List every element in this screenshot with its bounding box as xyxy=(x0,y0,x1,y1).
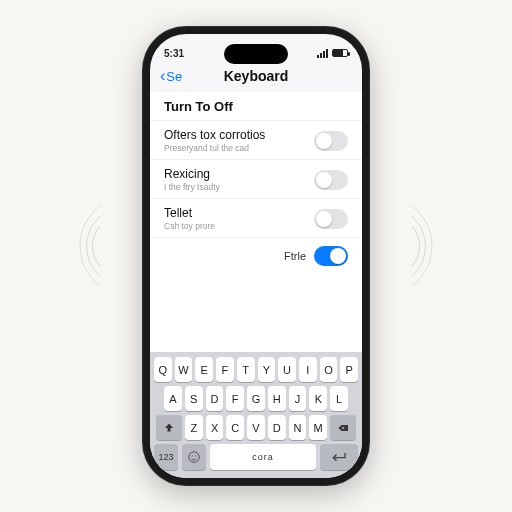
shift-key[interactable] xyxy=(156,415,182,440)
key-f[interactable]: f xyxy=(216,357,234,382)
numbers-key[interactable]: 123 xyxy=(154,444,178,470)
space-key[interactable]: cora xyxy=(210,444,316,470)
toggle-switch[interactable] xyxy=(314,131,348,151)
keyboard-row: zxcvdnm xyxy=(154,415,358,440)
key-w[interactable]: w xyxy=(175,357,193,382)
setting-row: Rexicing I the ftry tsadty xyxy=(150,160,362,199)
key-z[interactable]: z xyxy=(185,415,203,440)
key-c[interactable]: c xyxy=(226,415,244,440)
battery-icon xyxy=(332,49,348,57)
nav-bar: ‹ Se Keyboard xyxy=(150,62,362,92)
setting-row: Tellet Csh toy prore xyxy=(150,199,362,238)
setting-row: Ftrle xyxy=(150,238,362,274)
key-a[interactable]: a xyxy=(164,386,182,411)
key-e[interactable]: e xyxy=(195,357,213,382)
setting-row: Ofters tox corrotios Preseryand tul the … xyxy=(150,121,362,160)
dynamic-island xyxy=(224,44,288,64)
setting-label: Ftrle xyxy=(284,250,306,262)
screen: 5:31 ‹ Se Keyboard Turn To Off Ofters to… xyxy=(150,34,362,478)
key-i[interactable]: i xyxy=(299,357,317,382)
key-p[interactable]: p xyxy=(340,357,358,382)
phone-frame: 5:31 ‹ Se Keyboard Turn To Off Ofters to… xyxy=(142,26,370,486)
return-key[interactable] xyxy=(320,444,358,470)
keyboard: qweftyuiop asdfghjkl zxcvdnm 123 cora xyxy=(150,352,362,478)
cellular-icon xyxy=(317,49,328,58)
emoji-icon xyxy=(187,450,201,464)
keyboard-bottom-row: 123 cora xyxy=(154,444,358,470)
key-m[interactable]: m xyxy=(309,415,327,440)
key-g[interactable]: g xyxy=(247,386,265,411)
key-o[interactable]: o xyxy=(320,357,338,382)
key-y[interactable]: y xyxy=(258,357,276,382)
setting-sub: Csh toy prore xyxy=(164,221,215,231)
key-n[interactable]: n xyxy=(289,415,307,440)
shift-icon xyxy=(163,422,175,434)
setting-label: Rexicing xyxy=(164,167,220,181)
toggle-switch[interactable] xyxy=(314,170,348,190)
setting-label: Ofters tox corrotios xyxy=(164,128,265,142)
key-k[interactable]: k xyxy=(309,386,327,411)
key-d[interactable]: d xyxy=(206,386,224,411)
key-x[interactable]: x xyxy=(206,415,224,440)
setting-sub: Preseryand tul the cad xyxy=(164,143,265,153)
status-time: 5:31 xyxy=(164,48,184,59)
signal-waves-right xyxy=(402,196,462,296)
svg-point-0 xyxy=(189,452,200,463)
key-t[interactable]: t xyxy=(237,357,255,382)
setting-sub: I the ftry tsadty xyxy=(164,182,220,192)
backspace-icon xyxy=(337,422,349,434)
keyboard-row: qweftyuiop xyxy=(154,357,358,382)
key-u[interactable]: u xyxy=(278,357,296,382)
svg-point-1 xyxy=(192,455,193,456)
setting-row: Turn To Off xyxy=(150,92,362,121)
backspace-key[interactable] xyxy=(330,415,356,440)
return-icon xyxy=(331,451,347,463)
key-s[interactable]: s xyxy=(185,386,203,411)
key-l[interactable]: l xyxy=(330,386,348,411)
key-f[interactable]: f xyxy=(226,386,244,411)
toggle-switch[interactable] xyxy=(314,209,348,229)
signal-waves-left xyxy=(50,196,110,296)
keyboard-row: asdfghjkl xyxy=(154,386,358,411)
page-title: Keyboard xyxy=(150,68,362,84)
toggle-switch[interactable] xyxy=(314,246,348,266)
key-j[interactable]: j xyxy=(289,386,307,411)
settings-list: Turn To Off Ofters tox corrotios Presery… xyxy=(150,92,362,352)
setting-label: Tellet xyxy=(164,206,215,220)
key-v[interactable]: v xyxy=(247,415,265,440)
emoji-key[interactable] xyxy=(182,444,206,470)
key-d[interactable]: d xyxy=(268,415,286,440)
svg-point-2 xyxy=(195,455,196,456)
key-h[interactable]: h xyxy=(268,386,286,411)
key-q[interactable]: q xyxy=(154,357,172,382)
setting-label: Turn To Off xyxy=(164,99,233,114)
